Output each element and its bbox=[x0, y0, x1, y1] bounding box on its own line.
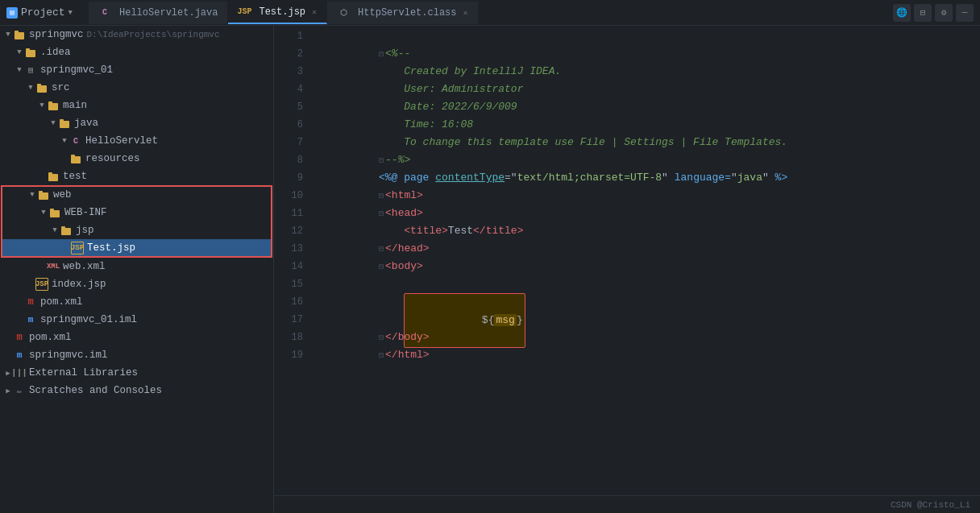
tree-root[interactable]: springmvc D:\IdeaProjects\springmvc bbox=[0, 26, 273, 43]
webinf-folder-icon bbox=[48, 206, 61, 219]
test-folder-icon bbox=[47, 170, 60, 183]
tab-close-test-jsp[interactable]: ✕ bbox=[312, 7, 317, 17]
tree-resources[interactable]: resources bbox=[0, 150, 273, 168]
tree-index-jsp[interactable]: JSP index.jsp bbox=[0, 275, 273, 293]
code-line-16 bbox=[316, 293, 980, 311]
resources-label: resources bbox=[85, 153, 140, 164]
root-path: D:\IdeaProjects\springmvc bbox=[87, 30, 220, 39]
code-line-15: ${msg} bbox=[316, 275, 980, 293]
project-icon: ▤ bbox=[6, 7, 18, 19]
code-line-6: To change this template use File | Setti… bbox=[316, 116, 980, 134]
external-libs-icon: ||| bbox=[13, 366, 26, 379]
code-view[interactable]: ⊟<%-- Created by IntelliJ IDEA. User: Ad… bbox=[309, 26, 980, 495]
java-label: java bbox=[74, 118, 98, 129]
code-line-7: ⊟--%> bbox=[316, 134, 980, 151]
arrow-springmvc-iml bbox=[3, 350, 13, 360]
arrow-root bbox=[3, 30, 13, 39]
project-dropdown-icon[interactable]: ▼ bbox=[69, 9, 73, 17]
index-jsp-label: index.jsp bbox=[52, 279, 106, 290]
web-xml-label: web.xml bbox=[63, 261, 106, 272]
svg-rect-14 bbox=[39, 192, 48, 200]
tree-jsp-folder[interactable]: jsp bbox=[2, 221, 272, 239]
settings-icon[interactable]: ⚙ bbox=[935, 4, 953, 22]
editor-area: 12345 678910 1112131415 16171819 ⊟<%-- C… bbox=[274, 26, 980, 513]
code-line-4: Date: 2022/6/9/009 bbox=[316, 81, 980, 98]
tab-test-jsp[interactable]: JSP Test.jsp ✕ bbox=[228, 2, 327, 24]
tree-web[interactable]: web bbox=[2, 186, 272, 204]
tree-springmvc-iml[interactable]: m springmvc.iml bbox=[0, 346, 273, 364]
main-layout: springmvc D:\IdeaProjects\springmvc .ide… bbox=[0, 26, 980, 513]
tree-src[interactable]: src bbox=[0, 79, 273, 97]
code-line-13: ⊟<body> bbox=[316, 240, 980, 258]
code-line-5: Time: 16:08 bbox=[316, 98, 980, 116]
hello-servlet-icon: C bbox=[69, 134, 82, 147]
tree-external-libs[interactable]: ||| External Libraries bbox=[0, 364, 273, 382]
tree-webinf[interactable]: WEB-INF bbox=[2, 204, 272, 221]
svg-rect-15 bbox=[39, 191, 43, 193]
tree-java[interactable]: java bbox=[0, 114, 273, 132]
tree-idea[interactable]: .idea bbox=[0, 43, 273, 61]
svg-rect-13 bbox=[48, 172, 52, 175]
svg-rect-6 bbox=[48, 103, 58, 110]
code-line-17: ⊟</body> bbox=[316, 311, 980, 329]
tree-pom-xml-1[interactable]: m pom.xml bbox=[0, 293, 273, 311]
code-line-19 bbox=[316, 346, 980, 364]
tree-scratches[interactable]: ✏ Scratches and Consoles bbox=[0, 382, 273, 399]
idea-folder-icon bbox=[24, 46, 37, 59]
arrow-scratches bbox=[3, 386, 13, 395]
arrow-web-xml bbox=[37, 262, 47, 271]
tree-hello-servlet[interactable]: C HelloServlet bbox=[0, 132, 273, 150]
minimize-icon[interactable]: ─ bbox=[956, 4, 974, 22]
arrow-jsp-folder bbox=[50, 225, 60, 235]
arrow-resources bbox=[60, 154, 69, 163]
jsp-folder-icon bbox=[60, 224, 73, 237]
test-jsp-icon: JSP bbox=[71, 242, 84, 254]
arrow-test-jsp bbox=[61, 243, 71, 253]
arrow-web bbox=[27, 190, 37, 200]
toolbar-controls: 🌐 ⊟ ⚙ ─ bbox=[893, 4, 974, 22]
globe-icon[interactable]: 🌐 bbox=[893, 4, 911, 22]
tree-springmvc01[interactable]: ▤ springmvc_01 bbox=[0, 61, 273, 79]
svg-rect-7 bbox=[48, 101, 52, 104]
tree-web-xml[interactable]: XML web.xml bbox=[0, 258, 273, 275]
tree-main[interactable]: main bbox=[0, 97, 273, 114]
project-label[interactable]: ▤ Project ▼ bbox=[6, 6, 73, 19]
scratches-icon: ✏ bbox=[13, 384, 26, 397]
svg-rect-0 bbox=[15, 32, 24, 39]
tab-http-servlet[interactable]: ⬡ HttpServlet.class ✕ bbox=[327, 2, 478, 24]
svg-rect-2 bbox=[26, 50, 35, 57]
tree-test[interactable]: test bbox=[0, 168, 273, 185]
tab-close-http-servlet[interactable]: ✕ bbox=[463, 8, 468, 18]
test-jsp-label: Test.jsp bbox=[87, 242, 135, 254]
src-label: src bbox=[52, 82, 70, 93]
main-label: main bbox=[63, 100, 87, 111]
index-jsp-icon: JSP bbox=[35, 278, 48, 291]
svg-rect-16 bbox=[50, 210, 60, 217]
title-bar: ▤ Project ▼ C HelloServlet.java JSP Test… bbox=[0, 0, 980, 26]
root-label: springmvc bbox=[29, 29, 84, 40]
svg-rect-19 bbox=[61, 226, 65, 229]
springmvc01-label: springmvc_01 bbox=[40, 64, 113, 76]
arrow-springmvc01-iml bbox=[15, 315, 24, 325]
iml-icon-root: m bbox=[13, 349, 26, 362]
tree-springmvc01-iml[interactable]: m springmvc_01.iml bbox=[0, 311, 273, 329]
tab-label-hello-servlet: HelloServlet.java bbox=[119, 7, 218, 19]
springmvc01-iml-label: springmvc_01.iml bbox=[40, 314, 137, 325]
arrow-main bbox=[37, 101, 47, 110]
code-line-10: ⊟<head> bbox=[316, 187, 980, 205]
arrow-hello-servlet bbox=[60, 136, 69, 146]
web-xml-icon: XML bbox=[47, 260, 60, 273]
scratches-label: Scratches and Consoles bbox=[29, 385, 162, 396]
arrow-java bbox=[48, 118, 58, 128]
web-label: web bbox=[53, 189, 72, 201]
tab-hello-servlet[interactable]: C HelloServlet.java bbox=[89, 2, 228, 24]
code-line-8: <%@ page contentType="text/html;charset=… bbox=[316, 151, 980, 169]
arrow-springmvc01 bbox=[15, 65, 24, 75]
webinf-label: WEB-INF bbox=[64, 207, 107, 218]
tree-test-jsp[interactable]: JSP Test.jsp bbox=[2, 239, 272, 257]
arrow-pom-root bbox=[3, 333, 13, 342]
line-numbers: 12345 678910 1112131415 16171819 bbox=[274, 26, 309, 495]
split-icon[interactable]: ⊟ bbox=[914, 4, 932, 22]
tree-pom-xml-root[interactable]: m pom.xml bbox=[0, 329, 273, 346]
editor-content: 12345 678910 1112131415 16171819 ⊟<%-- C… bbox=[274, 26, 980, 495]
